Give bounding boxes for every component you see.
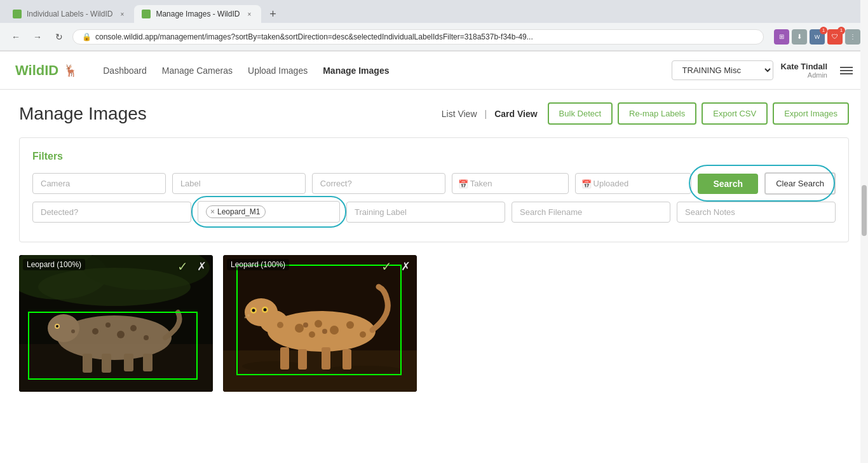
browser-chrome: Individual Labels - WildID × Manage Imag… — [0, 0, 868, 52]
remap-labels-button[interactable]: Re-map Labels — [618, 102, 696, 125]
svg-rect-39 — [342, 349, 351, 370]
extension-wildid[interactable]: 1 W — [810, 29, 825, 45]
browser-nav: ← → ↻ 🔒 console.wildid.app/management/im… — [0, 23, 868, 51]
nav-images[interactable]: Manage Images — [323, 66, 389, 76]
tag-remove-button[interactable]: × — [210, 208, 215, 216]
svg-rect-16 — [143, 354, 153, 371]
training-label-filter[interactable] — [346, 202, 505, 223]
svg-point-12 — [71, 329, 75, 333]
image-card-2[interactable]: Leopard (100%) ✓ ✗ — [223, 255, 417, 392]
image-card-1[interactable]: Leopard (100%) ✓ ✗ — [19, 255, 213, 392]
tab1-title: Individual Labels - WildID — [27, 10, 112, 18]
svg-point-8 — [105, 322, 111, 328]
hamburger-line1 — [840, 67, 853, 68]
page-content: Manage Images List View | Card View Bulk… — [0, 90, 868, 404]
nav-upload[interactable]: Upload Images — [248, 66, 308, 76]
user-info: Kate Tindall Admin — [781, 62, 827, 79]
extension-puzzle[interactable]: ⊞ — [774, 29, 789, 45]
card-view-link[interactable]: Card View — [494, 109, 537, 119]
search-notes-filter[interactable] — [677, 202, 836, 223]
extension-download[interactable]: ⬇ — [792, 29, 807, 45]
forward-button[interactable]: → — [29, 29, 46, 45]
image-2-svg — [223, 255, 417, 392]
clear-search-button[interactable]: Clear Search — [764, 172, 836, 195]
tab2-title: Manage Images - WildID — [156, 10, 240, 18]
svg-point-31 — [360, 331, 366, 338]
tab-1[interactable]: Individual Labels - WildID × — [5, 5, 134, 23]
svg-rect-14 — [102, 354, 111, 373]
taken-filter-wrapper: 📅 — [452, 173, 569, 194]
svg-point-44 — [247, 314, 250, 317]
image-2-check[interactable]: ✓ — [379, 259, 394, 274]
list-view-link[interactable]: List View — [442, 109, 477, 119]
ext-badge1: 1 — [820, 27, 827, 34]
page-header: Manage Images List View | Card View Bulk… — [19, 102, 849, 125]
search-filename-filter[interactable] — [512, 202, 670, 223]
svg-point-33 — [309, 331, 315, 338]
correct-filter[interactable] — [312, 173, 445, 194]
uploaded-filter[interactable] — [575, 173, 692, 194]
tab-2[interactable]: Manage Images - WildID × — [134, 5, 261, 23]
svg-point-26 — [245, 298, 278, 326]
logo-icon: 🦌 — [64, 64, 78, 78]
scroll-thumb[interactable] — [862, 185, 867, 236]
tab2-close[interactable]: × — [245, 10, 254, 18]
back-button[interactable]: ← — [8, 29, 24, 45]
new-tab-button[interactable]: + — [264, 5, 281, 23]
hamburger-menu[interactable] — [840, 67, 853, 74]
user-name: Kate Tindall — [781, 62, 827, 71]
search-button-wrapper: Search — [698, 174, 758, 194]
svg-point-32 — [277, 322, 283, 328]
taken-filter[interactable] — [452, 173, 569, 194]
view-toggle: List View | Card View — [442, 109, 538, 119]
export-images-button[interactable]: Export Images — [773, 102, 849, 125]
bulk-detect-button[interactable]: Bulk Detect — [548, 102, 613, 125]
filter-row-2: × Leopard_M1 — [32, 201, 836, 223]
lock-icon: 🔒 — [82, 32, 92, 41]
detected-filter[interactable] — [32, 202, 191, 223]
org-selector[interactable]: TRAINING Misc — [672, 60, 773, 80]
svg-point-35 — [322, 329, 327, 334]
camera-filter[interactable] — [32, 173, 166, 194]
page-title: Manage Images — [19, 104, 442, 124]
filters-section: Filters 📅 📅 Search Clear Search — [19, 137, 849, 242]
svg-rect-15 — [124, 354, 133, 371]
svg-point-34 — [303, 322, 308, 328]
svg-point-29 — [330, 326, 339, 335]
nav-dashboard[interactable]: Dashboard — [103, 66, 147, 76]
filters-title: Filters — [32, 151, 836, 162]
tab1-close[interactable]: × — [118, 10, 126, 18]
extension-red[interactable]: 1 🛡 — [827, 29, 843, 45]
image-1-svg — [19, 255, 213, 392]
filter-row-1: 📅 📅 Search Clear Search — [32, 172, 836, 195]
label-filter[interactable] — [172, 173, 306, 194]
svg-point-3 — [38, 268, 191, 306]
main-nav: Dashboard Manage Cameras Upload Images M… — [103, 66, 671, 76]
extension-menu[interactable]: ⋮ — [845, 29, 860, 45]
user-role: Admin — [781, 71, 827, 79]
reload-button[interactable]: ↻ — [51, 29, 67, 45]
search-button[interactable]: Search — [698, 174, 758, 194]
image-1-check[interactable]: ✓ — [175, 259, 190, 274]
export-csv-button[interactable]: Export CSV — [702, 102, 768, 125]
image-2-close[interactable]: ✗ — [398, 259, 413, 274]
app-header: WildID 🦌 Dashboard Manage Cameras Upload… — [0, 52, 868, 90]
tab2-favicon — [142, 10, 151, 18]
extension-icons: ⊞ ⬇ 1 W 1 🛡 ⋮ — [774, 29, 860, 45]
taken-calendar-icon: 📅 — [458, 179, 468, 188]
tag-value: Leopard_M1 — [217, 207, 260, 216]
address-bar[interactable]: 🔒 console.wildid.app/management/images?s… — [72, 29, 764, 45]
header-right: TRAINING Misc Kate Tindall Admin — [672, 60, 853, 80]
image-1-close[interactable]: ✗ — [194, 259, 209, 274]
scrollbar[interactable] — [860, 0, 868, 404]
svg-point-9 — [117, 331, 125, 338]
svg-point-22 — [242, 361, 306, 371]
special-label-wrapper: × Leopard_M1 — [198, 201, 340, 223]
svg-rect-13 — [83, 354, 92, 373]
svg-point-6 — [48, 314, 79, 342]
special-label-filter[interactable]: × Leopard_M1 — [198, 201, 340, 223]
ext-badge2: 1 — [837, 27, 845, 34]
svg-point-7 — [92, 328, 98, 335]
svg-point-28 — [315, 320, 322, 328]
nav-cameras[interactable]: Manage Cameras — [162, 66, 233, 76]
